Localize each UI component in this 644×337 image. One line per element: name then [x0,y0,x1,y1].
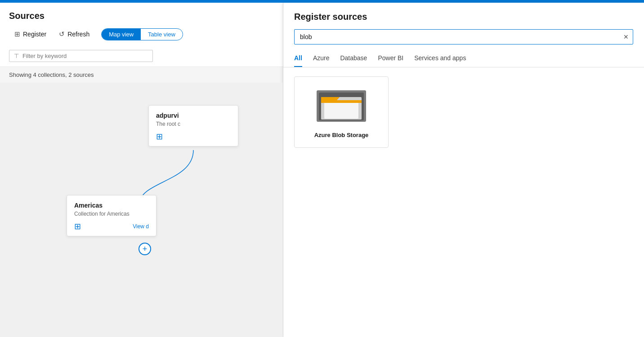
search-input[interactable] [294,29,633,44]
view-details-link[interactable]: View d [133,223,149,230]
node-card-americas[interactable]: Americas Collection for Americas ⊞ View … [67,195,157,236]
view-toggle: Map view Table view [101,28,183,40]
tab-services[interactable]: Services and apps [414,52,466,67]
refresh-label: Refresh [67,31,89,38]
showing-text: Showing 4 collections, 2 sources [0,67,283,83]
svg-rect-5 [321,100,362,103]
tabs: All Azure Database Power BI Services and… [294,52,633,67]
tab-azure[interactable]: Azure [313,52,330,67]
azure-blob-storage-icon [314,86,368,126]
map-area: adpurvi The root c ⊞ Americas Collection… [0,83,283,337]
left-header: Sources ⊞ Register ↺ Refresh Map view Ta… [0,3,283,45]
tab-database[interactable]: Database [340,52,367,67]
left-panel: Sources ⊞ Register ↺ Refresh Map view Ta… [0,3,283,337]
filter-input[interactable] [22,53,148,59]
card-subtitle-adpurvi: The root c [156,121,231,127]
add-button[interactable]: + [139,243,151,255]
table-view-button[interactable]: Table view [141,29,183,40]
plus-icon: + [143,244,148,254]
search-clear-button[interactable]: ✕ [623,33,629,40]
page-title: Sources [9,11,274,21]
filter-input-wrap: ⊤ [9,50,153,62]
register-button[interactable]: ⊞ Register [9,27,52,41]
tab-all[interactable]: All [294,52,302,67]
map-view-button[interactable]: Map view [102,29,141,40]
refresh-icon: ↺ [59,30,65,38]
right-body: Azure Blob Storage [283,67,644,337]
card-subtitle-americas: Collection for Americas [74,211,149,217]
toolbar: ⊞ Register ↺ Refresh Map view Table view [9,27,274,41]
main-layout: Sources ⊞ Register ↺ Refresh Map view Ta… [0,3,644,337]
right-title: Register sources [294,12,633,22]
card-actions-adpurvi: ⊞ [156,132,231,142]
filter-icon: ⊤ [14,53,19,59]
azure-blob-storage-card[interactable]: Azure Blob Storage [294,76,389,148]
grid-icon-americas: ⊞ [74,222,81,231]
grid-icon-adpurvi: ⊞ [156,132,163,142]
card-actions-americas: ⊞ View d [74,222,149,231]
right-panel: Register sources ✕ All Azure Database Po… [283,3,644,337]
blob-icon-svg [314,86,368,126]
register-label: Register [23,31,46,38]
svg-rect-4 [324,102,358,119]
right-header: Register sources ✕ All Azure Database Po… [283,3,644,67]
search-box-wrap: ✕ [294,29,633,44]
refresh-button[interactable]: ↺ Refresh [54,27,95,41]
register-icon: ⊞ [14,30,20,38]
tab-powerbi[interactable]: Power BI [378,52,403,67]
node-card-adpurvi[interactable]: adpurvi The root c ⊞ [148,105,238,146]
filter-bar: ⊤ [0,45,283,67]
card-title-adpurvi: adpurvi [156,112,231,119]
azure-blob-storage-label: Azure Blob Storage [314,132,369,138]
card-title-americas: Americas [74,202,149,209]
